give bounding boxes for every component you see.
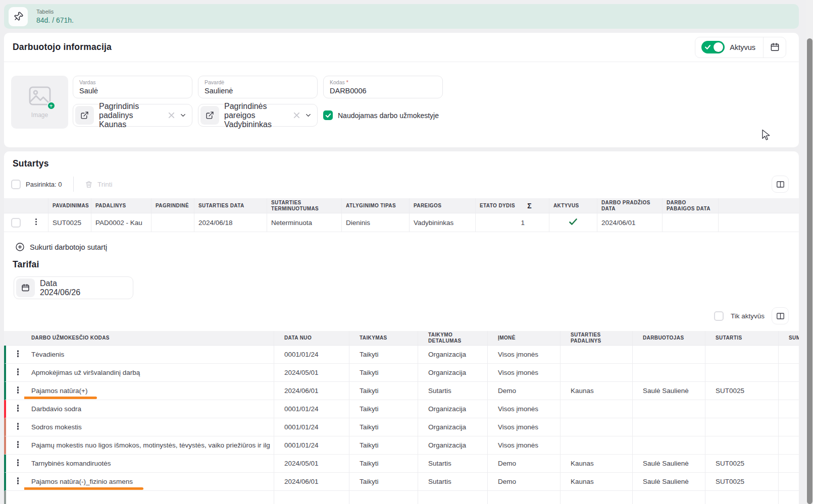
cell-darbuotojas: Saulė Saulienė — [633, 455, 705, 473]
employee-photo-upload[interactable]: + Image — [11, 76, 68, 129]
row-menu-icon[interactable] — [14, 384, 22, 396]
first-name-label: Vardas — [79, 79, 186, 85]
table-row[interactable]: Pajamos natūra(-)_fizinio asmens 2024/06… — [4, 473, 799, 491]
open-position-button[interactable] — [200, 106, 219, 125]
col-suma[interactable]: SUMA — [779, 331, 799, 346]
row-menu-icon[interactable] — [14, 439, 22, 451]
table-row[interactable]: Darbdavio sodra 0001/01/24 Taikyti Organ… — [4, 400, 799, 418]
sum-icon[interactable]: Σ — [527, 203, 532, 209]
chevron-down-icon[interactable] — [304, 111, 312, 119]
chevron-down-icon[interactable] — [179, 111, 187, 119]
col-pavadinimas[interactable]: PAVADINIMAS — [48, 198, 91, 213]
last-name-field[interactable]: Pavardė Saulienė — [198, 76, 318, 98]
cell-detalumas: Organizacija — [418, 418, 488, 436]
pin-icon[interactable] — [9, 7, 28, 26]
table-row[interactable]: Pajamų mokestis nuo ligos išmokos, motin… — [4, 436, 799, 455]
active-label: Aktyvus — [730, 43, 755, 51]
active-toggle[interactable] — [701, 41, 725, 53]
cell-sutartis — [705, 364, 779, 382]
scrollbar-thumb[interactable] — [807, 38, 812, 504]
contract-row[interactable]: SUT0025 PAD0002 - Kau 2024/06/18 Netermi… — [4, 213, 799, 232]
row-menu-icon[interactable] — [14, 475, 22, 487]
cell-taikymas: Taikyti — [349, 418, 418, 436]
date-picker-button[interactable] — [16, 278, 35, 297]
main-department-select[interactable]: Pagrindinis padalinys Kaunas — [73, 104, 192, 127]
table-row[interactable]: Pajamos natūra(+) 2024/06/01 Taikyti Sut… — [4, 382, 799, 400]
table-row[interactable]: Tarnybinės komandiruotės 2024/05/01 Taik… — [4, 455, 799, 473]
col-kodas[interactable]: DARBO UŽMOKESČIO KODAS — [24, 331, 274, 346]
cell-detalumas: Organizacija — [418, 436, 488, 455]
external-link-icon — [206, 111, 214, 120]
first-name-field[interactable]: Vardas Saulė — [73, 76, 192, 98]
col-taikymas[interactable]: TAIKYMAS — [349, 331, 418, 346]
col-data-nuo[interactable]: DATA NUO — [274, 331, 349, 346]
col-sutartis[interactable]: SUTARTIS — [705, 331, 779, 346]
columns-icon — [776, 311, 785, 321]
table-row[interactable]: Sodros mokestis 0001/01/24 Taikyti Organ… — [4, 418, 799, 436]
position-value: Vadybininkas — [224, 120, 293, 129]
col-pareigos[interactable]: PAREIGOS — [410, 198, 476, 213]
col-darbuotojas[interactable]: DARBUOTOJAS — [633, 331, 705, 346]
col-padalinys[interactable]: PADALINYS — [91, 198, 151, 213]
clear-icon[interactable] — [168, 112, 175, 119]
col-etato-dydis[interactable]: ETATO DYDISΣ — [476, 198, 549, 213]
cell-sutartis — [705, 346, 779, 364]
col-sutarties-data[interactable]: SUTARTIES DATA — [194, 198, 267, 213]
date-value: 2024/06/26 — [40, 288, 128, 297]
table-settings-button[interactable] — [772, 176, 789, 193]
cell-data-nuo: 0001/01/24 — [274, 346, 349, 364]
only-active-checkbox[interactable] — [714, 311, 724, 321]
cell-taikymas: Taikyti — [349, 346, 418, 364]
cell-padalinys — [561, 418, 633, 436]
cell-data-nuo: 0001/01/24 — [274, 400, 349, 418]
row-menu-icon[interactable] — [14, 403, 22, 414]
cell-darbuotojas — [633, 400, 705, 418]
columns-icon — [776, 180, 785, 189]
col-darbo-pabaigos[interactable]: DARBO PABAIGOS DATA — [663, 198, 719, 213]
select-all-checkbox[interactable] — [11, 180, 21, 189]
code-field[interactable]: Kodas * DARB0006 — [323, 76, 443, 98]
col-aktyvus[interactable]: AKTYVUS — [549, 198, 597, 213]
delete-button[interactable]: Trinti — [85, 180, 113, 189]
first-name-value: Saulė — [79, 87, 186, 95]
col-imone[interactable]: ĮMONĖ — [488, 331, 561, 346]
calendar-icon — [770, 42, 780, 52]
col-atlyginimo-tipas[interactable]: ATLYGINIMO TIPAS — [342, 198, 410, 213]
create-contract-button[interactable]: Sukurti darbotojo sutartį — [15, 242, 107, 252]
open-department-button[interactable] — [75, 106, 94, 125]
row-menu-icon[interactable] — [14, 421, 22, 432]
check-icon — [325, 113, 331, 119]
payroll-checkbox[interactable] — [323, 110, 333, 120]
tariff-date-field[interactable]: Data 2024/06/26 — [14, 276, 133, 299]
row-checkbox[interactable] — [11, 218, 21, 228]
table-row[interactable]: Tėvadienis 0001/01/24 Taikyti Organizaci… — [4, 346, 799, 364]
clear-icon[interactable] — [293, 112, 300, 119]
cell-padalinys: Kaunas — [561, 455, 633, 473]
cell-detalumas: Sutartis — [418, 382, 488, 400]
tariffs-header-row: DARBO UŽMOKESČIO KODAS DATA NUO TAIKYMAS… — [4, 331, 799, 346]
scrollbar-track[interactable] — [806, 0, 813, 504]
row-menu-icon[interactable] — [14, 348, 22, 360]
row-menu-icon[interactable] — [14, 457, 22, 469]
cell-imone: Visos įmonės — [488, 346, 561, 364]
cell-etato-dydis: 1 — [476, 213, 549, 232]
row-menu-icon[interactable] — [32, 216, 40, 228]
col-terminuotumas[interactable]: SUTARTIES TERMINUOTUMAS — [267, 198, 342, 213]
cell-data-nuo: 2024/06/01 — [274, 382, 349, 400]
main-position-select[interactable]: Pagrindinės pareigos Vadybininkas — [198, 104, 318, 127]
banner-title: Tabelis — [36, 9, 74, 15]
tariff-code: Tėvadienis — [31, 351, 64, 358]
tariff-code: Pajamos natūra(-)_fizinio asmens — [31, 478, 133, 485]
col-darbo-pradzios[interactable]: DARBO PRADŽIOS DATA — [597, 198, 663, 213]
col-pagrindine[interactable]: PAGRINDINĖ — [151, 198, 194, 213]
calendar-button[interactable] — [764, 37, 786, 58]
col-sutarties-padalinys[interactable]: SUTARTIES PADALINYS — [561, 331, 633, 346]
cell-detalumas: Organizacija — [418, 364, 488, 382]
col-taikymo-detalumas[interactable]: TAIKYMO DETALUMAS — [418, 331, 488, 346]
table-row[interactable]: Apmokėjimas už viršvalandinį darbą 2024/… — [4, 364, 799, 382]
table-settings-button[interactable] — [772, 307, 789, 324]
table-row-partial[interactable] — [4, 491, 799, 504]
banner-hours-value: 84d. / 671h. — [36, 16, 74, 24]
cell-suma — [779, 400, 799, 418]
row-menu-icon[interactable] — [14, 366, 22, 378]
